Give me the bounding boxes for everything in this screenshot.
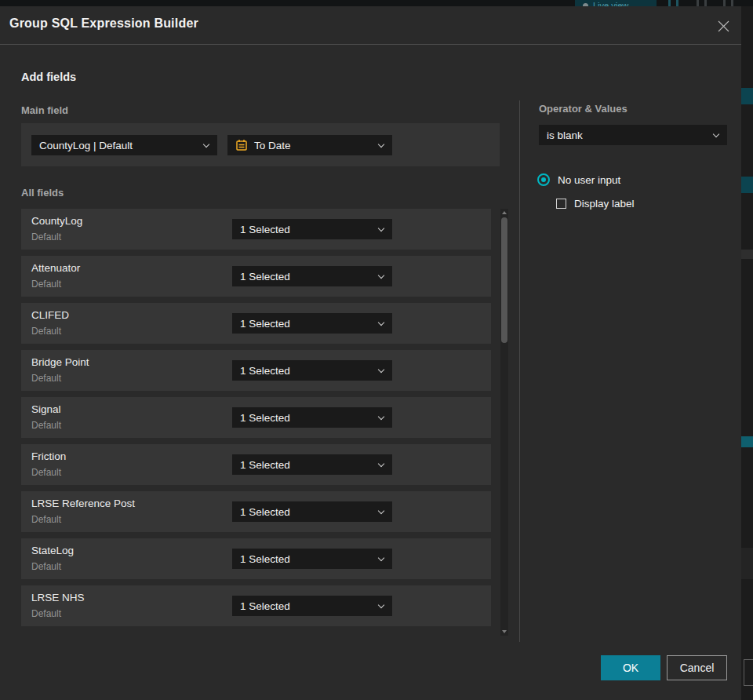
no-user-input-label: No user input [558, 174, 620, 186]
chevron-down-icon [378, 141, 384, 148]
dialog-title: Group SQL Expression Builder [9, 16, 198, 31]
field-sublabel: Default [31, 467, 61, 478]
background-fragment [741, 436, 753, 447]
field-name: Signal [31, 403, 61, 415]
row-selection-select[interactable]: 1 Selected [232, 266, 392, 286]
ok-button[interactable]: OK [601, 655, 660, 680]
field-sublabel: Default [31, 326, 61, 337]
operator-select[interactable]: is blank [539, 125, 727, 145]
chevron-down-icon [378, 461, 384, 467]
chevron-down-icon [378, 414, 384, 420]
all-fields-label: All fields [21, 187, 64, 199]
chevron-down-icon [713, 131, 719, 137]
scrollbar-down-arrow-icon[interactable] [502, 630, 507, 633]
radio-icon [537, 173, 550, 186]
field-sublabel: Default [31, 373, 61, 384]
background-app-right-strip [741, 6, 753, 700]
field-sublabel: Default [31, 279, 61, 290]
field-sublabel: Default [31, 232, 61, 242]
field-row: LRSE NHS Default 1 Selected [21, 585, 491, 626]
field-row: Attenuator Default 1 Selected [21, 256, 491, 297]
calendar-icon [235, 139, 248, 151]
toolbar-bar-icon [697, 0, 699, 6]
group-sql-expression-builder-dialog: Group SQL Expression Builder Add fields … [0, 6, 741, 700]
background-fragment [741, 177, 753, 193]
field-row: LRSE Reference Post Default 1 Selected [21, 491, 491, 532]
field-name: LRSE Reference Post [31, 498, 135, 509]
toolbar-bar-icon [731, 0, 733, 6]
add-fields-heading: Add fields [21, 71, 76, 83]
main-field-select[interactable]: CountyLog | Default [31, 135, 217, 155]
row-selection-value: 1 Selected [240, 412, 290, 424]
field-row: Friction Default 1 Selected [21, 444, 491, 485]
chevron-down-icon [378, 366, 384, 373]
row-selection-select[interactable]: 1 Selected [232, 501, 392, 522]
row-selection-select[interactable]: 1 Selected [232, 360, 392, 381]
live-view-button[interactable]: Live view [575, 0, 657, 6]
field-name: Bridge Point [31, 356, 89, 368]
row-selection-value: 1 Selected [240, 365, 290, 377]
row-selection-value: 1 Selected [240, 506, 290, 518]
field-name: LRSE NHS [31, 592, 85, 603]
row-selection-value: 1 Selected [240, 459, 290, 471]
toolbar-bar-icon [723, 0, 726, 6]
cancel-button[interactable]: Cancel [667, 655, 727, 680]
column-divider [519, 100, 520, 642]
background-app-topbar: Live view [0, 0, 753, 6]
list-scrollbar[interactable] [500, 209, 508, 636]
row-selection-select[interactable]: 1 Selected [232, 219, 392, 239]
row-selection-value: 1 Selected [240, 318, 290, 330]
scrollbar-up-arrow-icon[interactable] [502, 211, 507, 214]
row-selection-select[interactable]: 1 Selected [232, 454, 392, 475]
close-button[interactable] [710, 13, 737, 39]
background-fragment [744, 659, 753, 686]
background-fragment [741, 250, 753, 259]
main-field-select-value: CountyLog | Default [39, 140, 133, 151]
toolbar-bar-icon [668, 0, 671, 6]
no-user-input-radio[interactable]: No user input [537, 173, 620, 186]
field-name: StateLog [31, 545, 74, 556]
date-field-select[interactable]: To Date [227, 135, 392, 155]
chevron-down-icon [378, 272, 384, 279]
field-row: Bridge Point Default 1 Selected [21, 350, 491, 391]
dialog-header: Group SQL Expression Builder [0, 6, 741, 45]
chevron-down-icon [378, 602, 384, 608]
chevron-down-icon [203, 141, 209, 148]
row-selection-select[interactable]: 1 Selected [232, 549, 392, 569]
row-selection-select[interactable]: 1 Selected [232, 407, 392, 428]
screen: Live view Group SQL Expression Builder A… [0, 0, 753, 700]
display-label-checkbox[interactable]: Display label [556, 198, 635, 210]
live-view-label: Live view [593, 1, 628, 6]
field-name: Attenuator [31, 262, 80, 274]
field-name: CLIFED [31, 309, 69, 321]
row-selection-select[interactable]: 1 Selected [232, 313, 392, 334]
chevron-down-icon [378, 225, 384, 232]
field-name: Friction [31, 450, 66, 462]
scrollbar-thumb[interactable] [501, 217, 507, 343]
toolbar-bar-icon [676, 0, 678, 6]
row-selection-select[interactable]: 1 Selected [232, 596, 392, 616]
row-selection-value: 1 Selected [240, 271, 290, 283]
all-fields-list: CountyLog Default 1 Selected Attenuator … [21, 209, 491, 633]
field-sublabel: Default [31, 514, 61, 525]
toolbar-bar-icon [704, 0, 707, 6]
operator-values-label: Operator & Values [539, 103, 628, 115]
field-sublabel: Default [31, 608, 61, 619]
row-selection-value: 1 Selected [240, 553, 290, 565]
field-row: Signal Default 1 Selected [21, 397, 491, 438]
field-sublabel: Default [31, 561, 61, 572]
date-field-select-value: To Date [254, 140, 291, 151]
chevron-down-icon [378, 319, 384, 326]
chevron-down-icon [378, 508, 384, 514]
operator-select-value: is blank [547, 129, 583, 141]
main-field-label: Main field [21, 104, 68, 116]
row-selection-value: 1 Selected [240, 600, 290, 612]
field-row: CountyLog Default 1 Selected [21, 209, 491, 250]
background-fragment [741, 548, 753, 579]
chevron-down-icon [378, 555, 384, 561]
checkbox-icon [556, 199, 566, 209]
close-icon [717, 20, 730, 33]
field-row: StateLog Default 1 Selected [21, 538, 491, 579]
main-field-panel: CountyLog | Default To Date [21, 123, 500, 166]
field-name: CountyLog [31, 215, 82, 227]
